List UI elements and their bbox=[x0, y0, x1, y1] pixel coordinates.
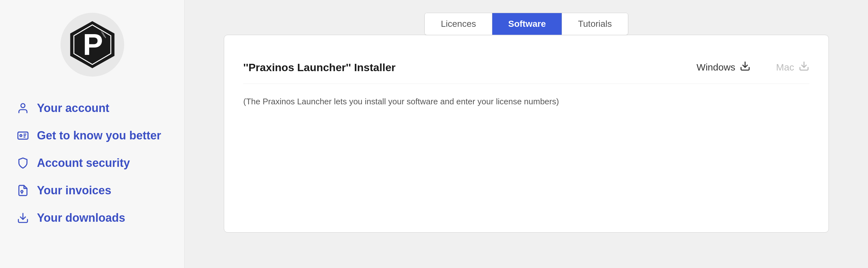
download-nav-icon bbox=[16, 212, 30, 224]
sidebar-item-your-downloads-label: Your downloads bbox=[37, 211, 125, 224]
windows-download-option[interactable]: Windows bbox=[697, 61, 751, 74]
software-row: ''Praxinos Launcher'' Installer Windows bbox=[243, 51, 809, 84]
windows-label: Windows bbox=[697, 62, 736, 73]
mac-download-option[interactable]: Mac bbox=[776, 61, 809, 74]
invoice-icon bbox=[16, 184, 30, 196]
windows-download-icon[interactable] bbox=[740, 61, 750, 74]
id-card-icon bbox=[16, 130, 30, 142]
svg-point-7 bbox=[20, 135, 22, 137]
shield-icon bbox=[16, 157, 30, 169]
svg-point-5 bbox=[21, 104, 25, 108]
mac-download-icon[interactable] bbox=[799, 61, 809, 74]
nav-list: Your account Get to know you better Acco… bbox=[0, 96, 184, 233]
tab-licences[interactable]: Licences bbox=[425, 13, 492, 35]
sidebar-item-your-downloads[interactable]: Your downloads bbox=[9, 206, 175, 230]
software-name: ''Praxinos Launcher'' Installer bbox=[243, 61, 697, 74]
sidebar-item-your-invoices[interactable]: Your invoices bbox=[9, 178, 175, 203]
person-icon bbox=[16, 102, 30, 114]
logo: P bbox=[61, 13, 124, 77]
main-content: Licences Software Tutorials ''Praxinos L… bbox=[185, 0, 868, 268]
sidebar-item-account-security-label: Account security bbox=[37, 156, 130, 170]
tab-tutorials[interactable]: Tutorials bbox=[562, 13, 628, 35]
sidebar: P Your account bbox=[0, 0, 185, 268]
tab-bar: Licences Software Tutorials bbox=[425, 13, 628, 35]
download-section: Windows Mac bbox=[697, 61, 809, 74]
content-card: ''Praxinos Launcher'' Installer Windows bbox=[224, 35, 829, 233]
sidebar-item-your-account-label: Your account bbox=[37, 102, 109, 115]
sidebar-item-account-security[interactable]: Account security bbox=[9, 151, 175, 176]
sidebar-item-your-account[interactable]: Your account bbox=[9, 96, 175, 120]
praxinos-logo-icon: P bbox=[67, 19, 118, 70]
software-description: (The Praxinos Launcher lets you install … bbox=[243, 93, 809, 110]
svg-text:P: P bbox=[83, 27, 103, 61]
tabs-container: Licences Software Tutorials bbox=[425, 13, 628, 35]
sidebar-item-get-to-know[interactable]: Get to know you better bbox=[9, 123, 175, 148]
tab-software[interactable]: Software bbox=[492, 13, 562, 35]
sidebar-item-your-invoices-label: Your invoices bbox=[37, 184, 111, 197]
sidebar-item-get-to-know-label: Get to know you better bbox=[37, 129, 161, 142]
mac-label: Mac bbox=[776, 62, 794, 73]
